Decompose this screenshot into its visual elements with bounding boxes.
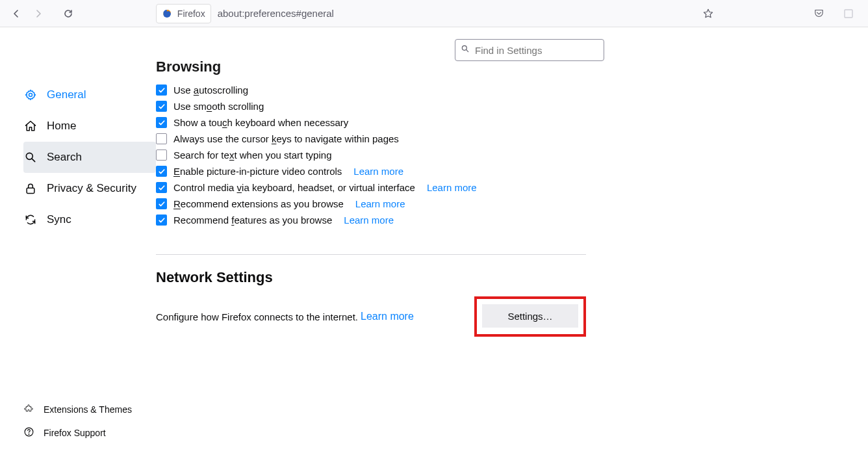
sidebar-item-general[interactable]: General <box>23 79 156 110</box>
sidebar-item-sync[interactable]: Sync <box>23 204 156 235</box>
home-icon <box>23 119 38 133</box>
identity-label: Firefox <box>177 8 205 19</box>
checkbox-row: Recommend features as you browseLearn mo… <box>156 214 797 226</box>
identity-box[interactable]: Firefox <box>156 4 211 23</box>
network-description: Configure how Firefox connects to the in… <box>156 311 358 322</box>
checkbox-label[interactable]: Recommend extensions as you browse <box>173 198 344 209</box>
checkbox[interactable] <box>156 84 167 96</box>
settings-sidebar: General Home Search Privacy & Security S… <box>0 27 156 468</box>
checkbox-row: Use smooth scrolling <box>156 101 797 112</box>
browser-toolbar: Firefox about:preferences#general <box>0 0 868 27</box>
bookmark-star-icon[interactable] <box>699 5 717 23</box>
sidebar-footer: Extensions & Themes Firefox Support <box>23 398 132 445</box>
checkbox[interactable] <box>156 182 167 193</box>
checkbox[interactable] <box>156 101 167 112</box>
pocket-icon[interactable] <box>810 5 828 23</box>
toolbar-right <box>699 5 863 23</box>
firefox-icon <box>162 8 172 19</box>
checkbox-label[interactable]: Recommend features as you browse <box>173 214 332 226</box>
settings-search[interactable] <box>455 39 604 61</box>
learn-more-link[interactable]: Learn more <box>344 214 394 226</box>
sidebar-item-extensions[interactable]: Extensions & Themes <box>23 398 132 421</box>
checkbox-label[interactable]: Search for text when you start typing <box>173 150 331 161</box>
checkbox-row: Use autoscrolling <box>156 84 797 96</box>
checkbox-label[interactable]: Use autoscrolling <box>173 84 248 96</box>
puzzle-icon <box>23 403 34 416</box>
checkbox[interactable] <box>156 133 167 144</box>
svg-rect-4 <box>27 188 34 193</box>
window-icon[interactable] <box>839 5 858 23</box>
checkbox-label[interactable]: Show a touch keyboard when necessary <box>173 117 348 128</box>
checkbox[interactable] <box>156 214 167 226</box>
checkbox-label[interactable]: Always use the cursor keys to navigate w… <box>173 133 399 144</box>
checkbox[interactable] <box>156 198 167 209</box>
checkbox-row: Always use the cursor keys to navigate w… <box>156 133 797 144</box>
learn-more-link[interactable]: Learn more <box>353 166 403 177</box>
section-heading-network: Network Settings <box>156 269 797 286</box>
help-icon <box>23 426 34 439</box>
sidebar-item-label: General <box>47 88 86 101</box>
checkbox-row: Enable picture-in-picture video controls… <box>156 166 797 177</box>
settings-search-input[interactable] <box>474 44 598 57</box>
back-button[interactable] <box>8 5 25 23</box>
checkbox-row: Control media via keyboard, headset, or … <box>156 182 797 193</box>
gear-icon <box>23 88 38 102</box>
checkbox-label[interactable]: Control media via keyboard, headset, or … <box>173 182 415 193</box>
learn-more-link[interactable]: Learn more <box>355 198 405 209</box>
reload-button[interactable] <box>60 5 77 23</box>
section-heading-browsing: Browsing <box>156 58 797 75</box>
learn-more-link[interactable]: Learn more <box>427 182 477 193</box>
url-text: about:preferences#general <box>218 8 334 19</box>
sidebar-item-label: Home <box>47 120 76 133</box>
search-icon <box>461 44 470 56</box>
sidebar-item-home[interactable]: Home <box>23 110 156 142</box>
settings-content: Browsing Use autoscrollingUse smooth scr… <box>156 27 868 468</box>
sidebar-item-label: Privacy & Security <box>47 182 136 195</box>
svg-rect-1 <box>845 10 852 18</box>
sidebar-item-privacy[interactable]: Privacy & Security <box>23 173 156 204</box>
lock-icon <box>23 181 38 196</box>
checkbox-row: Search for text when you start typing <box>156 150 797 161</box>
url-bar[interactable]: Firefox about:preferences#general <box>156 3 699 24</box>
checkbox[interactable] <box>156 117 167 128</box>
checkbox-label[interactable]: Use smooth scrolling <box>173 101 264 112</box>
sidebar-item-support[interactable]: Firefox Support <box>23 421 132 445</box>
sidebar-footer-label: Extensions & Themes <box>44 404 132 415</box>
checkbox-label[interactable]: Enable picture-in-picture video controls <box>173 166 342 177</box>
forward-button[interactable] <box>30 5 47 23</box>
network-settings-button[interactable]: Settings… <box>482 304 578 328</box>
section-divider <box>156 254 586 255</box>
svg-point-2 <box>29 94 32 97</box>
checkbox-row: Show a touch keyboard when necessary <box>156 117 797 128</box>
search-icon <box>23 150 38 164</box>
sidebar-item-label: Search <box>47 151 82 164</box>
svg-point-6 <box>29 434 29 435</box>
checkbox[interactable] <box>156 150 167 161</box>
sidebar-item-label: Sync <box>47 213 71 226</box>
checkbox-row: Recommend extensions as you browseLearn … <box>156 198 797 209</box>
checkbox[interactable] <box>156 166 167 177</box>
sidebar-item-search[interactable]: Search <box>23 142 156 173</box>
network-learn-more-link[interactable]: Learn more <box>361 311 414 322</box>
sidebar-footer-label: Firefox Support <box>44 428 106 438</box>
sync-icon <box>23 213 38 227</box>
highlight-box: Settings… <box>474 296 586 337</box>
